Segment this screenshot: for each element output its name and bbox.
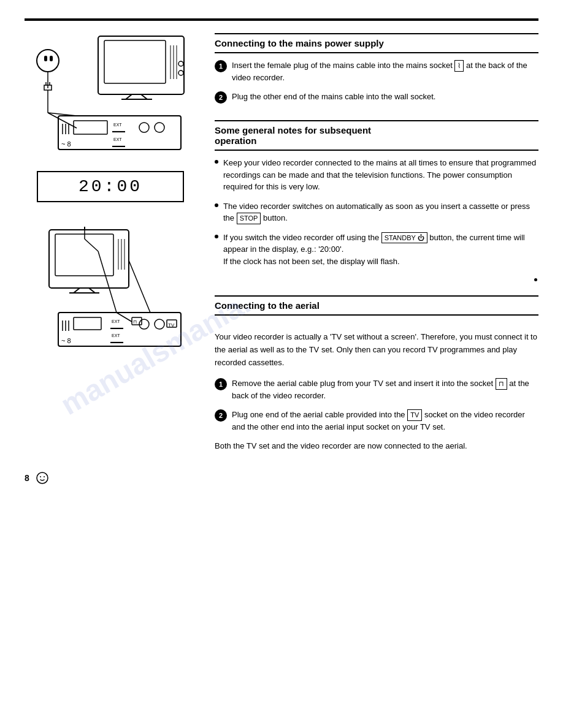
svg-text:EXT: EXT [112, 333, 120, 338]
aerial-conclusion: Both the TV set and the video recorder a… [215, 440, 538, 453]
svg-line-38 [89, 288, 95, 293]
aerial-section-header: Connecting to the aerial [215, 295, 538, 316]
page-number: 8 [25, 473, 29, 483]
right-column: Connecting to the mains power supply 1 I… [215, 33, 538, 453]
small-bullet-right [215, 275, 538, 284]
bullet-3: If you switch the video recorder off usi… [215, 232, 538, 268]
aerial-step-num-1: 1 [215, 378, 227, 390]
mains-step-1: 1 Insert the female plug of the mains ca… [215, 59, 538, 83]
bullet-2: The video recorder switches on automatic… [215, 200, 538, 224]
svg-line-37 [74, 288, 80, 293]
svg-text:~ 8: ~ 8 [61, 337, 71, 344]
stop-button: STOP [237, 213, 261, 224]
page-container: EXT ▬▬▬ EXT ▬▬▬ ~ 8 20:00 [0, 0, 563, 728]
top-border [25, 18, 538, 21]
bullet-dot-3 [215, 235, 218, 238]
spacer-1 [215, 111, 538, 120]
bullet-1: Keep your video recorder connected to th… [215, 157, 538, 193]
svg-point-25 [155, 123, 164, 132]
svg-rect-50 [74, 317, 101, 330]
svg-line-15 [141, 94, 147, 99]
aerial-step-2-text: Plug one end of the aerial cable provide… [232, 409, 538, 433]
aerial-intro: Your video recorder is actually a 'TV se… [215, 331, 538, 369]
general-notes-title: Some general notes for subsequentoperati… [215, 125, 538, 146]
svg-line-48 [129, 260, 150, 313]
svg-text:EXT: EXT [113, 137, 122, 142]
tv-vcr-svg-top: EXT ▬▬▬ EXT ▬▬▬ ~ 8 [31, 33, 190, 153]
tv-socket-label: TV [407, 409, 422, 421]
step-1-text: Insert the female plug of the mains cabl… [232, 59, 538, 83]
spacer-2 [215, 286, 538, 295]
svg-text:TV: TV [168, 322, 175, 328]
bullet-2-text: The video recorder switches on automatic… [223, 200, 538, 224]
svg-line-14 [126, 94, 132, 99]
tv-vcr-illustration-top: EXT ▬▬▬ EXT ▬▬▬ ~ 8 [25, 33, 196, 153]
general-notes-section-header: Some general notes for subsequentoperati… [215, 120, 538, 151]
vcr-display: 20:00 [37, 171, 184, 202]
svg-point-68 [44, 476, 45, 477]
aerial-step-2: 2 Plug one end of the aerial cable provi… [215, 409, 538, 433]
step-num-1: 1 [215, 60, 227, 72]
main-layout: EXT ▬▬▬ EXT ▬▬▬ ~ 8 20:00 [25, 33, 538, 453]
svg-point-17 [178, 61, 183, 66]
svg-rect-1 [44, 56, 47, 61]
step-num-2: 2 [215, 91, 227, 104]
svg-point-54 [139, 319, 149, 329]
smiley-icon [36, 471, 49, 485]
svg-point-66 [37, 472, 48, 483]
page-footer: 8 [25, 471, 538, 485]
bullet-1-text: Keep your video recorder connected to th… [223, 157, 538, 193]
svg-point-0 [37, 50, 59, 72]
svg-rect-20 [74, 121, 107, 134]
svg-text:⊓: ⊓ [133, 319, 137, 325]
left-column: EXT ▬▬▬ EXT ▬▬▬ ~ 8 20:00 [25, 33, 196, 453]
svg-point-18 [178, 70, 183, 75]
tv-vcr-aerial-illustration: EXT ▬▬▬ EXT ▬▬▬ ~ 8 TV ⊓ [25, 227, 196, 355]
display-area: 20:00 [25, 165, 196, 214]
mains-power-title: Connecting to the mains power supply [215, 38, 538, 48]
svg-rect-10 [104, 40, 166, 83]
aerial-step-1-text: Remove the aerial cable plug from your T… [232, 377, 538, 401]
mains-step-2: 2 Plug the other end of the mains cable … [215, 91, 538, 104]
svg-text:▬▬▬: ▬▬▬ [110, 325, 123, 330]
aerial-socket-symbol: ⊓ [496, 378, 507, 390]
svg-rect-2 [50, 56, 53, 61]
spacer-3 [215, 322, 538, 331]
svg-line-46 [85, 239, 98, 251]
svg-text:▬▬▬: ▬▬▬ [112, 129, 125, 133]
svg-text:EXT: EXT [112, 319, 120, 324]
page-footer-icon [36, 471, 49, 485]
svg-text:EXT: EXT [113, 123, 122, 127]
svg-rect-33 [55, 234, 113, 276]
svg-rect-9 [98, 36, 184, 94]
bullet-3-text: If you switch the video recorder off usi… [223, 232, 538, 268]
bullet-dot-1 [215, 160, 218, 164]
svg-point-24 [139, 123, 149, 132]
mains-power-section-header: Connecting to the mains power supply [215, 33, 538, 53]
svg-text:~ 8: ~ 8 [61, 140, 71, 148]
aerial-step-num-2: 2 [215, 409, 227, 422]
aerial-title: Connecting to the aerial [215, 300, 538, 311]
step-2-text: Plug the other end of the mains cable in… [232, 91, 538, 103]
display-value: 20:00 [79, 177, 142, 196]
socket-symbol: ⌇ [454, 60, 464, 72]
bullet-dot-2 [215, 203, 218, 207]
svg-rect-32 [49, 230, 129, 288]
svg-point-67 [40, 476, 41, 477]
aerial-step-1: 1 Remove the aerial cable plug from your… [215, 377, 538, 401]
svg-text:▬▬▬: ▬▬▬ [110, 339, 123, 344]
standby-button: STANDBY ⏻ [381, 232, 427, 244]
svg-text:▬▬▬: ▬▬▬ [112, 143, 125, 148]
svg-point-55 [155, 319, 164, 329]
tv-vcr-aerial-svg: EXT ▬▬▬ EXT ▬▬▬ ~ 8 TV ⊓ [31, 227, 190, 355]
